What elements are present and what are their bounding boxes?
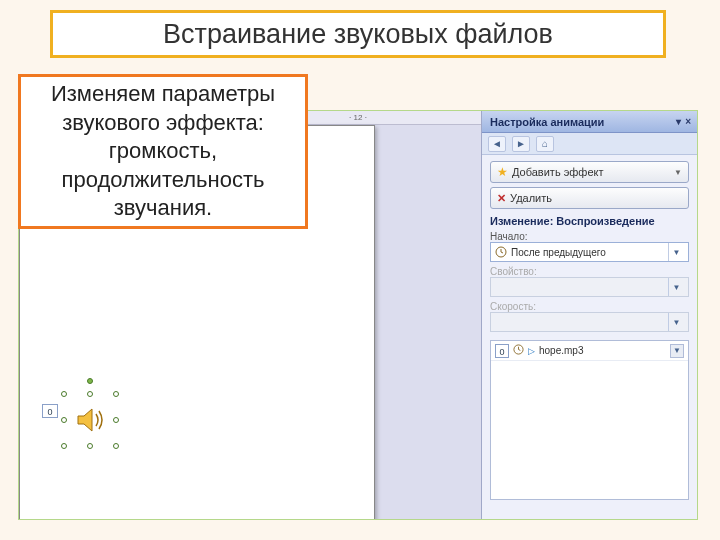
resize-handle[interactable] (87, 391, 93, 397)
effect-name: hope.mp3 (539, 345, 666, 356)
task-pane-body: ★ Добавить эффект ▼ ✕ Удалить Изменение:… (482, 155, 697, 506)
clock-icon (513, 344, 524, 357)
task-pane-title: Настройка анимации (490, 116, 604, 128)
chevron-down-icon: ▼ (668, 278, 684, 296)
star-icon: ★ (497, 165, 508, 179)
start-dropdown[interactable]: После предыдущего ▼ (490, 242, 689, 262)
task-pane-close-icon[interactable]: × (685, 116, 691, 127)
effect-list[interactable]: 0 ▷ hope.mp3 ▼ (490, 340, 689, 500)
resize-handle[interactable] (113, 391, 119, 397)
caption-box: Изменяем параметры звукового эффекта: гр… (18, 74, 308, 229)
caption-text: Изменяем параметры звукового эффекта: гр… (31, 80, 295, 223)
property-field-label: Свойство: (490, 266, 689, 277)
effect-order: 0 (495, 344, 509, 358)
ruler-mark: · 12 · (349, 113, 367, 122)
effect-row[interactable]: 0 ▷ hope.mp3 ▼ (491, 341, 688, 361)
property-dropdown: ▼ (490, 277, 689, 297)
task-pane-nav: ◄ ► ⌂ (482, 133, 697, 155)
speaker-icon (72, 402, 108, 438)
start-field-label: Начало: (490, 231, 689, 242)
slide-title: Встраивание звуковых файлов (163, 19, 553, 50)
resize-handle[interactable] (61, 443, 67, 449)
resize-handle[interactable] (61, 391, 67, 397)
task-pane-header: Настройка анимации ▾ × (482, 111, 697, 133)
remove-label: Удалить (510, 192, 552, 204)
chevron-down-icon: ▼ (668, 313, 684, 331)
animation-task-pane: Настройка анимации ▾ × ◄ ► ⌂ ★ Добавить … (481, 111, 697, 520)
rotate-handle[interactable] (87, 378, 93, 384)
speed-field-label: Скорость: (490, 301, 689, 312)
clock-icon (495, 246, 507, 258)
sound-object[interactable]: 0 (64, 394, 116, 446)
chevron-down-icon: ▼ (668, 243, 684, 261)
speed-dropdown: ▼ (490, 312, 689, 332)
nav-forward-icon[interactable]: ► (512, 136, 530, 152)
chevron-down-icon[interactable]: ▼ (670, 344, 684, 358)
add-effect-label: Добавить эффект (512, 166, 603, 178)
nav-back-icon[interactable]: ◄ (488, 136, 506, 152)
resize-handle[interactable] (113, 443, 119, 449)
x-icon: ✕ (497, 192, 506, 205)
start-value: После предыдущего (511, 247, 606, 258)
remove-effect-button[interactable]: ✕ Удалить (490, 187, 689, 209)
add-effect-button[interactable]: ★ Добавить эффект ▼ (490, 161, 689, 183)
resize-handle[interactable] (113, 417, 119, 423)
nav-home-icon[interactable]: ⌂ (536, 136, 554, 152)
task-pane-dropdown-icon[interactable]: ▾ (676, 116, 681, 127)
slide-title-box: Встраивание звуковых файлов (50, 10, 666, 58)
resize-handle[interactable] (87, 443, 93, 449)
resize-handle[interactable] (61, 417, 67, 423)
animation-order-tag[interactable]: 0 (42, 404, 58, 418)
chevron-down-icon: ▼ (674, 168, 682, 177)
play-icon: ▷ (528, 346, 535, 356)
change-section-label: Изменение: Воспроизведение (490, 215, 689, 227)
